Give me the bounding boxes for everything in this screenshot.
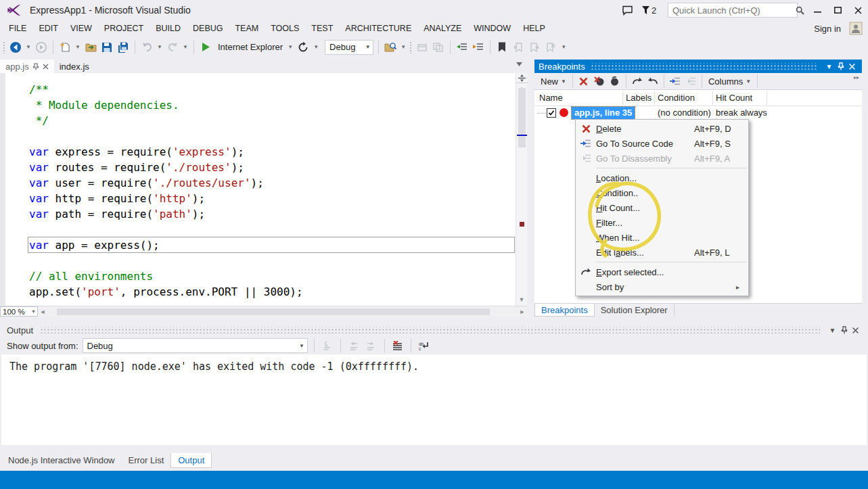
- code-line-2[interactable]: * Module dependencies.: [0, 97, 516, 113]
- scroll-left-arrow[interactable]: ◄: [38, 308, 47, 315]
- menu-window[interactable]: WINDOW: [467, 20, 517, 37]
- window-position-chevron-icon[interactable]: ▼: [823, 61, 835, 72]
- close-button[interactable]: [848, 2, 868, 18]
- refresh-icon[interactable]: [296, 41, 310, 54]
- breakpoint-enabled-checkbox[interactable]: [547, 108, 556, 118]
- column-separator[interactable]: [654, 91, 655, 105]
- feedback-icon[interactable]: [618, 3, 637, 18]
- comment-lines-icon[interactable]: [455, 41, 469, 54]
- delete-menu-item[interactable]: DeleteAlt+F9, D: [576, 121, 748, 136]
- location-menu-item[interactable]: Location...: [576, 170, 748, 185]
- disable-all-breakpoints-icon[interactable]: [608, 74, 622, 88]
- code-editor[interactable]: /** * Module dependencies. */var express…: [0, 73, 527, 306]
- pin-icon[interactable]: [838, 325, 850, 335]
- search-icon[interactable]: [796, 6, 808, 15]
- navigate-backward-dropdown[interactable]: ▼: [25, 41, 32, 54]
- when-hit-menu-item[interactable]: When Hit...: [576, 230, 748, 245]
- editor-vertical-scrollbar[interactable]: ▲ ▼: [516, 73, 527, 306]
- export-breakpoints-icon[interactable]: [631, 74, 644, 88]
- menu-team[interactable]: TEAM: [229, 20, 265, 37]
- breakpoint-row[interactable]: app.js, line 35 (no condition) break alw…: [534, 106, 862, 120]
- clear-all-output-icon[interactable]: [391, 339, 405, 352]
- column-header-labels[interactable]: Labels: [626, 93, 652, 103]
- panel-tab-output[interactable]: Output: [170, 453, 212, 468]
- code-line-11[interactable]: var app = express();: [0, 237, 516, 253]
- column-separator[interactable]: [712, 91, 713, 105]
- close-icon[interactable]: [43, 64, 49, 70]
- column-header-hit-count[interactable]: Hit Count: [716, 93, 752, 103]
- code-line-9[interactable]: var path = require('path');: [0, 206, 516, 222]
- bookmark-icon[interactable]: [495, 41, 509, 54]
- code-line-4[interactable]: [0, 129, 516, 144]
- minimize-button[interactable]: [807, 2, 827, 18]
- column-separator[interactable]: [622, 91, 623, 105]
- menu-analyze[interactable]: ANALYZE: [417, 20, 467, 37]
- navigate-backward-icon[interactable]: [9, 41, 22, 54]
- breakpoints-panel-titlebar[interactable]: Breakpoints ▼: [534, 60, 862, 73]
- configuration-combobox[interactable]: Debug ▼: [325, 40, 373, 55]
- start-debug-icon[interactable]: [199, 41, 212, 54]
- save-all-icon[interactable]: [116, 41, 130, 54]
- columns-button[interactable]: Columns ▼: [706, 74, 753, 89]
- output-source-combobox[interactable]: Debug ▼: [83, 338, 308, 353]
- output-panel-titlebar[interactable]: Output ▼: [0, 323, 868, 337]
- scroll-right-arrow[interactable]: ►: [518, 308, 527, 315]
- menu-tools[interactable]: TOOLS: [265, 20, 305, 37]
- new-breakpoint-button[interactable]: New ▼: [539, 74, 568, 89]
- quick-launch-input[interactable]: [668, 5, 796, 16]
- delete-breakpoint-icon[interactable]: [577, 74, 591, 88]
- toolbar-overflow-chevron[interactable]: ▸▸: [854, 74, 859, 80]
- condition-menu-item[interactable]: Condition..: [576, 185, 748, 200]
- menu-edit[interactable]: EDIT: [32, 20, 64, 37]
- menu-project[interactable]: PROJECT: [98, 20, 150, 37]
- edit-labels-menu-item[interactable]: Edit labels...Alt+F9, L: [576, 245, 748, 260]
- sign-in-link[interactable]: Sign in: [814, 24, 841, 34]
- code-line-6[interactable]: var routes = require('./routes');: [0, 160, 516, 175]
- import-breakpoints-icon[interactable]: [646, 74, 660, 88]
- filter-menu-item[interactable]: Filter...: [576, 215, 748, 230]
- save-icon[interactable]: [100, 41, 114, 54]
- pin-icon[interactable]: [835, 61, 846, 72]
- find-overflow-chevron[interactable]: ▼: [400, 41, 407, 54]
- browser-target-dropdown[interactable]: ▼: [287, 41, 294, 54]
- go-to-source-icon[interactable]: [668, 74, 682, 88]
- window-position-chevron-icon[interactable]: ▼: [827, 325, 838, 335]
- toolbar-grip[interactable]: [409, 41, 413, 53]
- breakpoint-name[interactable]: app.js, line 35: [572, 107, 635, 119]
- code-line-3[interactable]: */: [0, 113, 516, 129]
- browser-target-label[interactable]: Internet Explorer: [215, 42, 284, 52]
- code-line-13[interactable]: // all environments: [0, 269, 516, 284]
- delete-all-breakpoints-icon[interactable]: [593, 74, 606, 88]
- panel-tab-breakpoints[interactable]: Breakpoints: [534, 304, 595, 317]
- uncomment-lines-icon[interactable]: [472, 41, 485, 54]
- code-line-12[interactable]: [0, 253, 516, 269]
- sort-by-menu-item[interactable]: Sort by▸: [576, 279, 748, 294]
- scroll-down-arrow[interactable]: ▼: [516, 295, 527, 304]
- panel-tab-error-list[interactable]: Error List: [122, 453, 171, 468]
- code-line-7[interactable]: var user = require('./routes/user');: [0, 175, 516, 191]
- export-selected-menu-item[interactable]: Export selected...: [576, 264, 748, 279]
- column-header-name[interactable]: Name: [539, 93, 563, 103]
- output-content[interactable]: The program '[7760] node.exe' has exited…: [1, 354, 867, 445]
- refresh-dropdown[interactable]: ▼: [313, 41, 319, 54]
- document-tab-app-js[interactable]: app.js: [0, 60, 54, 73]
- new-file-dropdown[interactable]: ▼: [74, 41, 81, 54]
- document-tab-index-js[interactable]: index.js: [54, 60, 95, 73]
- maximize-button[interactable]: [827, 2, 848, 18]
- open-file-icon[interactable]: [84, 41, 97, 54]
- menu-test[interactable]: TEST: [305, 20, 339, 37]
- scrollbar-thumb[interactable]: [57, 308, 490, 315]
- quick-launch-box[interactable]: [668, 3, 798, 18]
- hit-count-menu-item[interactable]: Hit Count...: [576, 200, 748, 215]
- panel-tab-solution-explorer[interactable]: Solution Explorer: [595, 304, 675, 317]
- split-window-handle[interactable]: [516, 73, 528, 83]
- menu-help[interactable]: HELP: [517, 20, 551, 37]
- menu-view[interactable]: VIEW: [64, 20, 98, 37]
- menu-debug[interactable]: DEBUG: [187, 20, 229, 37]
- code-line-5[interactable]: var express = require('express');: [0, 144, 516, 160]
- pin-icon[interactable]: [32, 63, 39, 70]
- menu-build[interactable]: BUILD: [150, 20, 187, 37]
- column-separator[interactable]: [767, 91, 767, 105]
- go-to-source-code-menu-item[interactable]: Go To Source CodeAlt+F9, S: [576, 136, 748, 151]
- code-line-8[interactable]: var http = require('http');: [0, 191, 516, 206]
